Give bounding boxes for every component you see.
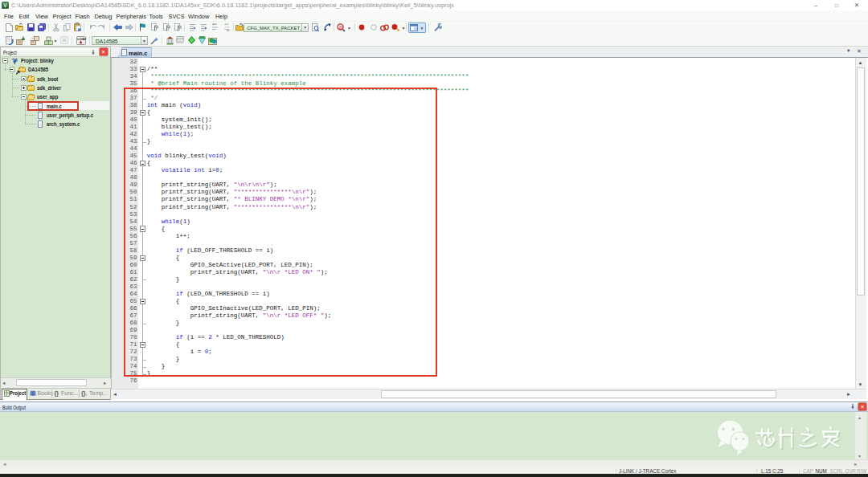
svg-text:LOAD: LOAD bbox=[77, 36, 86, 40]
svg-text:a: a bbox=[227, 26, 230, 32]
svg-text:@: @ bbox=[338, 25, 343, 30]
